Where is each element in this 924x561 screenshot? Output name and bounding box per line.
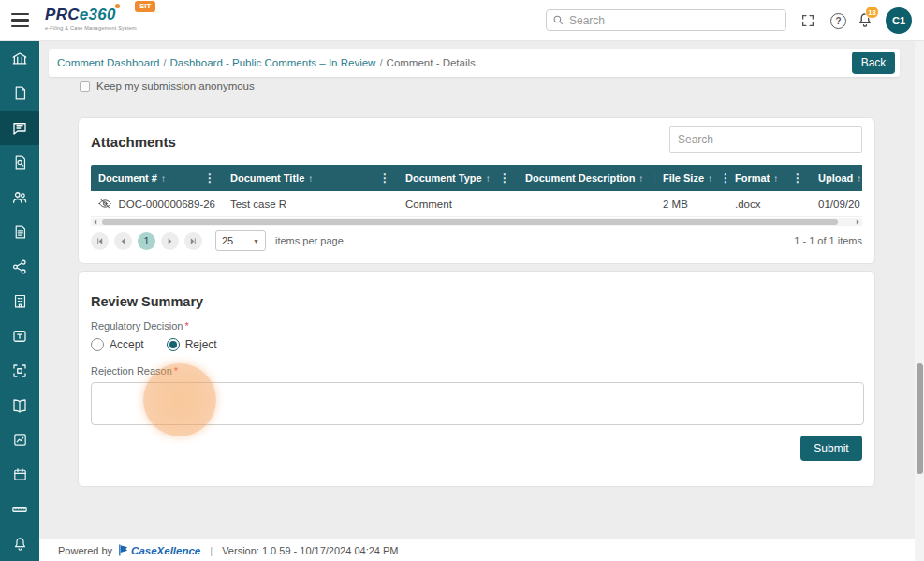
radio-reject-label: Reject xyxy=(185,338,217,351)
back-button[interactable]: Back xyxy=(852,52,895,74)
column-document-title[interactable]: Document Title ↑ ⋮ xyxy=(223,165,398,191)
anonymous-checkbox-label: Keep my submission anonymous xyxy=(96,81,255,92)
column-menu-icon[interactable]: ⋮ xyxy=(495,171,510,185)
menu-icon[interactable] xyxy=(11,13,29,27)
sort-asc-icon[interactable]: ↑ xyxy=(486,173,491,184)
version-label: Version: 1.0.59 - 10/17/2024 04:24 PM xyxy=(222,545,398,556)
column-format[interactable]: Format ↑ ⋮ xyxy=(727,165,811,191)
column-file-size[interactable]: File Size ↑ ⋮ xyxy=(655,165,727,191)
page-size-select[interactable]: 25 ▼ xyxy=(215,230,266,251)
radio-reject-control[interactable] xyxy=(167,338,180,351)
sidebar-item-documents[interactable] xyxy=(0,214,39,249)
scroll-right-icon[interactable] xyxy=(853,218,862,226)
radio-accept-label: Accept xyxy=(110,338,144,351)
column-menu-icon[interactable]: ⋮ xyxy=(200,171,215,185)
avatar[interactable]: C1 xyxy=(886,7,912,34)
column-document-description[interactable]: Document Description ↑ ⋮ xyxy=(518,165,655,191)
attachments-card: Attachments Document # ↑ ⋮ Document Titl… xyxy=(78,117,875,264)
sort-asc-icon[interactable]: ↑ xyxy=(161,173,166,184)
horizontal-scroll-thumb[interactable] xyxy=(102,219,838,225)
sidebar-item-comments[interactable] xyxy=(0,111,39,145)
sidebar-item-filings[interactable] xyxy=(0,76,39,111)
column-menu-icon[interactable]: ⋮ xyxy=(647,171,655,185)
breadcrumb-comment-dashboard[interactable]: Comment Dashboard xyxy=(57,57,159,68)
sidebar-item-institutions[interactable] xyxy=(0,41,39,76)
notifications-bell-icon[interactable]: 18 xyxy=(857,11,875,30)
fullscreen-icon[interactable] xyxy=(800,13,815,28)
sort-asc-icon[interactable]: ↑ xyxy=(308,173,313,184)
bell-icon xyxy=(12,536,28,552)
sort-asc-icon[interactable]: ↑ xyxy=(857,173,861,184)
document-icon xyxy=(12,85,28,101)
scroll-left-icon[interactable] xyxy=(91,218,100,226)
casexellence-brand[interactable]: CaseXellence xyxy=(118,544,200,556)
sidebar-item-workflow[interactable] xyxy=(0,249,39,284)
anonymous-submission-row: Keep my submission anonymous xyxy=(80,81,255,92)
cell-upload-date: 01/09/20 xyxy=(811,191,862,216)
radio-accept-control[interactable] xyxy=(91,338,104,351)
sort-asc-icon[interactable]: ↑ xyxy=(708,173,712,184)
breadcrumb: Comment Dashboard / Dashboard - Public C… xyxy=(49,49,900,77)
column-menu-icon[interactable]: ⋮ xyxy=(716,171,727,185)
breadcrumb-separator: / xyxy=(163,57,166,68)
cell-document-type: Comment xyxy=(398,191,518,216)
review-summary-title: Review Summary xyxy=(91,294,203,309)
sidebar-item-parties[interactable] xyxy=(0,180,39,214)
sidebar-item-case-search[interactable] xyxy=(0,145,39,180)
logo-text: PRCe360 xyxy=(45,6,137,24)
footer: Powered by CaseXellence | Version: 1.0.5… xyxy=(39,539,924,561)
ruler-icon xyxy=(11,501,28,518)
horizontal-scrollbar[interactable] xyxy=(91,218,862,226)
first-page-button[interactable] xyxy=(91,232,109,250)
building-icon xyxy=(12,293,28,309)
breadcrumb-public-comments-in-review[interactable]: Dashboard - Public Comments – In Review xyxy=(170,57,376,68)
vertical-scrollbar[interactable] xyxy=(915,41,924,561)
page-number-button[interactable]: 1 xyxy=(138,232,155,250)
regulatory-decision-options: Accept Reject xyxy=(91,338,217,351)
sidebar-item-measures[interactable] xyxy=(0,492,39,526)
column-upload[interactable]: Upload ↑ xyxy=(811,165,862,191)
sidebar-item-notifications[interactable] xyxy=(0,526,39,561)
sidebar-item-templates[interactable] xyxy=(0,318,39,353)
app-logo[interactable]: SIT PRCe360 e-Filing & Case Management S… xyxy=(45,6,137,31)
table-row[interactable]: DOC-000000689-26 Test case R Comment 2 M… xyxy=(91,191,862,217)
bank-icon xyxy=(11,51,28,67)
sidebar-item-organizations[interactable] xyxy=(0,284,39,318)
column-document-type[interactable]: Document Type ↑ ⋮ xyxy=(398,165,518,191)
sort-asc-icon[interactable]: ↑ xyxy=(638,173,643,184)
sort-asc-icon[interactable]: ↑ xyxy=(773,173,778,184)
attachments-search-input[interactable] xyxy=(669,126,862,153)
previous-page-button[interactable] xyxy=(114,232,132,250)
rejection-reason-textarea[interactable] xyxy=(91,382,864,425)
radio-accept[interactable]: Accept xyxy=(91,338,144,351)
sidebar-item-reports[interactable] xyxy=(0,422,39,457)
column-document-number[interactable]: Document # ↑ ⋮ xyxy=(91,165,223,191)
sidebar-item-calendar[interactable] xyxy=(0,457,39,492)
global-search[interactable] xyxy=(546,9,786,31)
last-page-button[interactable] xyxy=(184,232,202,250)
help-icon[interactable]: ? xyxy=(830,13,846,29)
anonymous-checkbox[interactable] xyxy=(80,81,90,92)
cell-document-number: DOC-000000689-26 xyxy=(91,191,223,216)
main-content: Comment Dashboard / Dashboard - Public C… xyxy=(39,41,915,539)
next-page-button[interactable] xyxy=(161,232,179,250)
eye-off-icon[interactable] xyxy=(98,197,111,211)
powered-by-label: Powered by xyxy=(58,545,112,556)
logo-tagline: e-Filing & Case Management System xyxy=(45,25,137,31)
book-icon xyxy=(11,397,28,414)
sidebar-item-scan[interactable] xyxy=(0,353,39,388)
search-icon xyxy=(552,14,565,26)
global-search-input[interactable] xyxy=(569,14,780,27)
sidebar xyxy=(0,41,39,561)
footer-divider: | xyxy=(210,545,213,556)
users-icon xyxy=(11,189,28,206)
vertical-scroll-thumb[interactable] xyxy=(917,363,923,474)
required-marker: * xyxy=(184,320,188,332)
submit-button[interactable]: Submit xyxy=(800,436,862,461)
column-menu-icon[interactable]: ⋮ xyxy=(375,171,390,185)
regulatory-decision-label: Regulatory Decision* xyxy=(91,320,189,332)
radio-reject[interactable]: Reject xyxy=(167,338,217,351)
column-menu-icon[interactable]: ⋮ xyxy=(788,171,803,185)
comments-icon xyxy=(11,120,28,137)
sidebar-item-library[interactable] xyxy=(0,388,39,422)
